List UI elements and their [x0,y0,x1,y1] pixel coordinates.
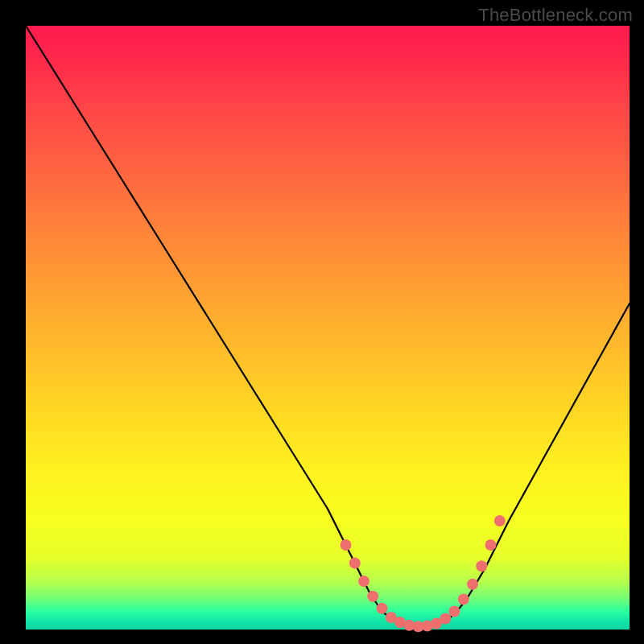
watermark-text: TheBottleneck.com [478,5,633,26]
marker-dot [485,539,497,551]
marker-dot [367,591,378,602]
marker-dot [458,594,469,605]
marker-dot [358,576,369,587]
marker-dot [341,539,352,551]
plot-area [26,26,630,630]
chart-svg [26,26,630,630]
marker-dot [494,515,506,526]
marker-dot [449,606,460,617]
marker-dot [377,603,388,614]
marker-dots-group [341,515,506,632]
marker-dot [467,579,478,590]
marker-dot [440,613,451,625]
chart-frame: TheBottleneck.com [0,0,644,644]
bottleneck-curve [26,26,630,626]
marker-dot [476,560,487,572]
marker-dot [349,558,361,569]
